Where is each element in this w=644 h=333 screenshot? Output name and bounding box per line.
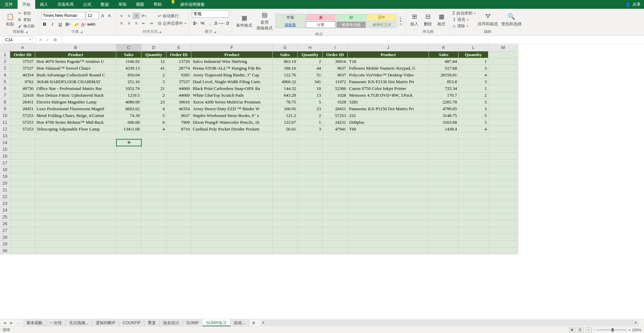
cell-M17[interactable] bbox=[488, 160, 518, 166]
cell-L30[interactable] bbox=[459, 247, 488, 254]
cell-K20[interactable] bbox=[429, 180, 459, 187]
cell-J26[interactable] bbox=[348, 220, 429, 227]
cell-B2[interactable]: Hon 4070 Series Pagoda™ Armless U bbox=[35, 58, 116, 65]
cell-D12[interactable]: 4 bbox=[141, 126, 166, 133]
col-header-C[interactable]: C bbox=[116, 44, 141, 51]
cell-D25[interactable] bbox=[141, 214, 166, 220]
sheet-nav-prev-icon[interactable]: ◄ bbox=[3, 320, 7, 325]
cell-K17[interactable] bbox=[429, 160, 459, 166]
cell-L28[interactable] bbox=[459, 234, 488, 241]
cell-L7[interactable]: 2 bbox=[459, 92, 488, 99]
cell-A7[interactable]: 32418 bbox=[10, 92, 35, 99]
row-header-14[interactable]: 14 bbox=[0, 139, 10, 146]
cell-M7[interactable] bbox=[488, 92, 518, 99]
cell-G2[interactable]: 863.19 bbox=[273, 58, 298, 65]
align-left-button[interactable]: ≡ bbox=[118, 20, 125, 26]
cell-M4[interactable] bbox=[488, 72, 518, 78]
row-header-16[interactable]: 16 bbox=[0, 153, 10, 160]
cell-I16[interactable] bbox=[323, 153, 348, 160]
cell-I25[interactable] bbox=[323, 214, 348, 220]
col-header-I[interactable]: I bbox=[323, 44, 348, 51]
row-header-7[interactable]: 7 bbox=[0, 92, 10, 99]
cell-B11[interactable]: Hon 4700 Series Mobuis™ Mid-Back bbox=[35, 119, 116, 126]
cell-F4[interactable]: Avery Trapezoid Ring Binder, 3" Cap bbox=[191, 72, 273, 78]
zoom-out-button[interactable]: − bbox=[593, 328, 595, 332]
cell-C15[interactable] bbox=[116, 146, 141, 153]
font-grow-button[interactable]: A bbox=[99, 12, 106, 19]
cell-H22[interactable] bbox=[298, 193, 323, 200]
cell-K13[interactable] bbox=[429, 133, 459, 139]
col-header-L[interactable]: L bbox=[459, 44, 488, 51]
cell-G17[interactable] bbox=[273, 160, 298, 166]
increase-decimal-button[interactable]: .0→ bbox=[214, 20, 221, 26]
cell-D30[interactable] bbox=[141, 247, 166, 254]
col-header-B[interactable]: B bbox=[35, 44, 116, 51]
cell-B24[interactable] bbox=[35, 207, 116, 214]
align-bottom-button[interactable]: ≡ bbox=[133, 13, 140, 19]
style-calculation[interactable]: 计算 bbox=[306, 21, 336, 28]
col-header-M[interactable]: M bbox=[488, 44, 518, 51]
sheet-nav-next-icon[interactable]: ► bbox=[9, 320, 14, 325]
cell-G9[interactable]: 160.95 bbox=[273, 105, 298, 112]
sheet-tab-8[interactable]: SUMIF练习 bbox=[203, 319, 230, 326]
cell-A4[interactable]: 40354 bbox=[10, 72, 35, 78]
cell-J16[interactable] bbox=[348, 153, 429, 160]
cell-F15[interactable] bbox=[191, 146, 273, 153]
row-header-28[interactable]: 28 bbox=[0, 234, 10, 241]
cell-J21[interactable] bbox=[348, 187, 429, 193]
cell-K3[interactable]: 517.68 bbox=[429, 65, 459, 72]
cell-M27[interactable] bbox=[488, 227, 518, 234]
cell-E17[interactable] bbox=[166, 160, 191, 166]
cell-L2[interactable]: 1 bbox=[459, 58, 488, 65]
cell-L16[interactable] bbox=[459, 153, 488, 160]
number-format-select[interactable] bbox=[192, 10, 229, 18]
cell-B17[interactable] bbox=[35, 160, 116, 166]
row-header-2[interactable]: 2 bbox=[0, 58, 10, 65]
share-button[interactable]: 共享 bbox=[632, 2, 641, 7]
cell-C20[interactable] bbox=[116, 180, 141, 187]
row-header-30[interactable]: 30 bbox=[0, 247, 10, 254]
tab-help[interactable]: 帮助 bbox=[149, 0, 166, 9]
cell-E13[interactable] bbox=[166, 133, 191, 139]
row-header-17[interactable]: 17 bbox=[0, 160, 10, 166]
cell-D17[interactable] bbox=[141, 160, 166, 166]
cell-A6[interactable]: 49730 bbox=[10, 85, 35, 92]
cell-F30[interactable] bbox=[191, 247, 273, 254]
style-check-cell[interactable]: 检查单元格 bbox=[336, 21, 366, 28]
cell-B14[interactable] bbox=[35, 139, 116, 146]
select-all-corner[interactable] bbox=[0, 44, 10, 51]
row-header-12[interactable]: 12 bbox=[0, 126, 10, 133]
cell-F2[interactable]: Safco Industrial Wire Shelving bbox=[191, 58, 273, 65]
view-normal-button[interactable]: ▦ bbox=[569, 328, 575, 332]
tab-review[interactable]: 审阅 bbox=[114, 0, 131, 9]
cell-A10[interactable]: 57253 bbox=[10, 112, 35, 119]
cell-J11[interactable]: i500plus bbox=[348, 119, 429, 126]
sheet-tab-5[interactable]: 重复 bbox=[144, 319, 160, 326]
cell-D13[interactable] bbox=[141, 133, 166, 139]
cell-C4[interactable]: 850.04 bbox=[116, 72, 141, 78]
name-box[interactable]: C14▾ bbox=[3, 36, 33, 44]
paste-button[interactable]: 📋 粘贴 bbox=[5, 12, 16, 28]
border-button[interactable]: ⊞ bbox=[65, 21, 71, 27]
style-bad[interactable]: 差 bbox=[306, 14, 336, 21]
cell-H3[interactable]: 44 bbox=[298, 65, 323, 72]
row-header-13[interactable]: 13 bbox=[0, 133, 10, 139]
styles-scroll[interactable]: ▲▼▾ bbox=[398, 16, 403, 26]
cell-E14[interactable] bbox=[166, 139, 191, 146]
cell-A26[interactable] bbox=[10, 220, 35, 227]
sheet-nav-more[interactable]: … bbox=[16, 320, 20, 325]
cell-K2[interactable]: 887.84 bbox=[429, 58, 459, 65]
cell-G1[interactable]: Sales bbox=[273, 51, 298, 58]
cell-M13[interactable] bbox=[488, 133, 518, 139]
cell-E15[interactable] bbox=[166, 146, 191, 153]
row-header-19[interactable]: 19 bbox=[0, 173, 10, 180]
cell-K7[interactable]: 170.7 bbox=[429, 92, 459, 99]
cell-B18[interactable] bbox=[35, 166, 116, 173]
cell-J9[interactable]: Panasonic KX-P1150 Dot Matrix Pri bbox=[348, 105, 429, 112]
cell-G18[interactable] bbox=[273, 166, 298, 173]
col-header-H[interactable]: H bbox=[298, 44, 323, 51]
comma-format-button[interactable]: , bbox=[207, 20, 213, 26]
cell-M26[interactable] bbox=[488, 220, 518, 227]
cell-I3[interactable]: 9637 bbox=[323, 65, 348, 72]
cell-B4[interactable]: Bush Advantage Collection® Round C bbox=[35, 72, 116, 78]
